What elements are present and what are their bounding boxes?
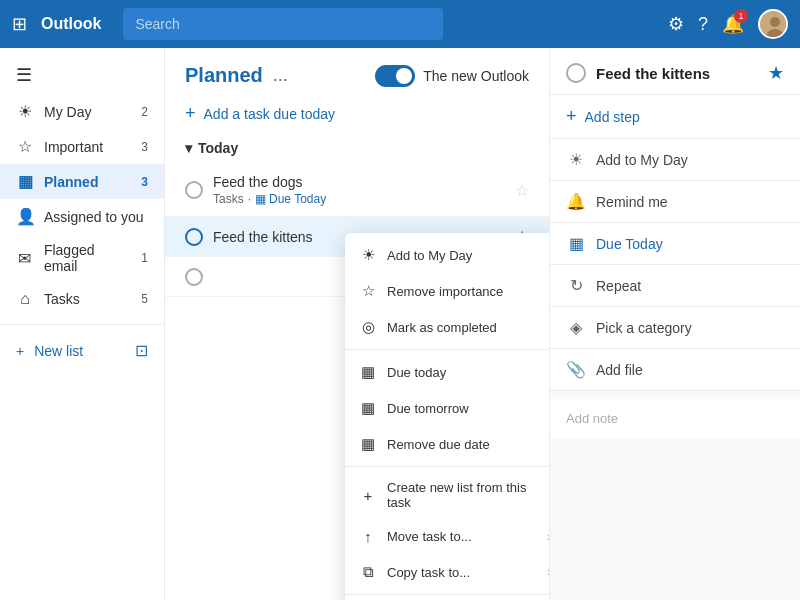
sidebar-item-assigned[interactable]: 👤 Assigned to you: [0, 199, 164, 234]
sun-icon: ☀: [16, 102, 34, 121]
ctx-due-today-label: Due today: [387, 365, 446, 380]
ctx-create-list-label: Create new list from this task: [387, 480, 550, 510]
ctx-cal-tomorrow-icon: ▦: [359, 399, 377, 417]
section-today[interactable]: ▾ Today: [165, 132, 549, 164]
ctx-remove-due-label: Remove due date: [387, 437, 490, 452]
sidebar-label-assigned: Assigned to you: [44, 209, 144, 225]
mail-icon: ✉: [16, 249, 34, 268]
main-content: Planned ... The new Outlook + Add a task…: [165, 48, 550, 600]
chevron-down-icon: ▾: [185, 140, 192, 156]
panel-row-remind-me[interactable]: 🔔 Remind me: [550, 181, 800, 223]
add-task-icon: +: [185, 103, 196, 124]
task-star-feed-dogs[interactable]: ☆: [515, 181, 529, 200]
new-list-label: New list: [34, 343, 83, 359]
panel-row-category[interactable]: ◈ Pick a category: [550, 307, 800, 349]
add-task-label: Add a task due today: [204, 106, 336, 122]
ctx-copy-arrow: ›: [547, 565, 550, 579]
notification-icon[interactable]: 🔔1: [722, 13, 744, 35]
ctx-plus-icon: +: [359, 487, 377, 504]
ctx-mark-completed[interactable]: ◎ Mark as completed: [345, 309, 550, 345]
panel-add-step[interactable]: + Add step: [550, 95, 800, 139]
panel-row-add-my-day[interactable]: ☀ Add to My Day: [550, 139, 800, 181]
toggle-switch[interactable]: [375, 65, 415, 87]
home-icon: ⌂: [16, 290, 34, 308]
task-circle-feed-kittens[interactable]: [185, 228, 203, 246]
sidebar-badge-planned: 3: [141, 175, 148, 189]
sidebar-label-tasks: Tasks: [44, 291, 80, 307]
person-icon: 👤: [16, 207, 34, 226]
panel-note-placeholder: Add note: [566, 411, 618, 426]
topbar-icons: ⚙ ? 🔔1: [668, 9, 788, 39]
sidebar-item-important[interactable]: ☆ Important 3: [0, 129, 164, 164]
panel-add-my-day-label: Add to My Day: [596, 152, 688, 168]
more-options-button[interactable]: ...: [273, 65, 288, 86]
new-list-icon: ⊡: [135, 341, 148, 360]
calendar-icon-feed-dogs: ▦: [255, 192, 266, 206]
search-input[interactable]: [123, 8, 443, 40]
panel-remind-me-label: Remind me: [596, 194, 668, 210]
panel-repeat-icon: ↻: [566, 276, 586, 295]
panel-due-today-label: Due Today: [596, 236, 663, 252]
ctx-check-icon: ◎: [359, 318, 377, 336]
ctx-remove-due[interactable]: ▦ Remove due date: [345, 426, 550, 462]
panel-star-icon[interactable]: ★: [768, 62, 784, 84]
sidebar-label-planned: Planned: [44, 174, 98, 190]
panel-add-file-label: Add file: [596, 362, 643, 378]
sidebar-item-tasks[interactable]: ⌂ Tasks 5: [0, 282, 164, 316]
sidebar-badge-flagged: 1: [141, 251, 148, 265]
panel-task-circle[interactable]: [566, 63, 586, 83]
hamburger-button[interactable]: ☰: [0, 56, 164, 94]
task-circle-3[interactable]: [185, 268, 203, 286]
ctx-create-list[interactable]: + Create new list from this task: [345, 471, 550, 519]
sidebar-item-flagged[interactable]: ✉ Flagged email 1: [0, 234, 164, 282]
panel-note-area[interactable]: Add note: [550, 399, 800, 438]
task-list-feed-dogs: Tasks: [213, 192, 244, 206]
ctx-star-icon: ☆: [359, 282, 377, 300]
panel-row-add-file[interactable]: 📎 Add file: [550, 349, 800, 391]
task-item-feed-dogs[interactable]: Feed the dogs Tasks · ▦ Due Today ☆: [165, 164, 549, 217]
task-name-feed-dogs: Feed the dogs: [213, 174, 505, 190]
panel-task-title: Feed the kittens: [596, 65, 758, 82]
sidebar: ☰ ☀ My Day 2 ☆ Important 3 ▦ Planned 3 👤…: [0, 48, 165, 600]
panel-add-step-label: Add step: [585, 109, 640, 125]
ctx-due-tomorrow[interactable]: ▦ Due tomorrow: [345, 390, 550, 426]
star-icon: ☆: [16, 137, 34, 156]
panel-attach-icon: 📎: [566, 360, 586, 379]
main-header: Planned ... The new Outlook: [165, 48, 549, 95]
ctx-remove-importance[interactable]: ☆ Remove importance: [345, 273, 550, 309]
avatar[interactable]: [758, 9, 788, 39]
sidebar-badge-tasks: 5: [141, 292, 148, 306]
add-task-row[interactable]: + Add a task due today: [165, 95, 549, 132]
settings-icon[interactable]: ⚙: [668, 13, 684, 35]
task-circle-feed-dogs[interactable]: [185, 181, 203, 199]
ctx-add-my-day[interactable]: ☀ Add to My Day: [345, 237, 550, 273]
sidebar-item-planned[interactable]: ▦ Planned 3: [0, 164, 164, 199]
panel-row-repeat[interactable]: ↻ Repeat: [550, 265, 800, 307]
ctx-move-task[interactable]: ↑ Move task to... ›: [345, 519, 550, 554]
svg-point-1: [770, 17, 780, 27]
ctx-move-arrow: ›: [547, 530, 550, 544]
right-panel: Feed the kittens ★ + Add step ☀ Add to M…: [550, 48, 800, 600]
main-layout: ☰ ☀ My Day 2 ☆ Important 3 ▦ Planned 3 👤…: [0, 48, 800, 600]
ctx-divider-1: [345, 349, 550, 350]
context-menu: ☀ Add to My Day ☆ Remove importance ◎ Ma…: [345, 233, 550, 600]
ctx-due-today[interactable]: ▦ Due today: [345, 354, 550, 390]
panel-sun-icon: ☀: [566, 150, 586, 169]
ctx-copy-task[interactable]: ⧉ Copy task to... ›: [345, 554, 550, 590]
panel-bell-icon: 🔔: [566, 192, 586, 211]
panel-row-due-today[interactable]: ▦ Due Today: [550, 223, 800, 265]
panel-repeat-label: Repeat: [596, 278, 641, 294]
sidebar-item-my-day[interactable]: ☀ My Day 2: [0, 94, 164, 129]
task-due-feed-dogs: ▦ Due Today: [255, 192, 326, 206]
ctx-due-tomorrow-label: Due tomorrow: [387, 401, 469, 416]
task-content-feed-dogs: Feed the dogs Tasks · ▦ Due Today: [213, 174, 505, 206]
help-icon[interactable]: ?: [698, 14, 708, 35]
waffle-icon[interactable]: ⊞: [12, 13, 27, 35]
ctx-divider-3: [345, 594, 550, 595]
panel-calendar-icon: ▦: [566, 234, 586, 253]
topbar: ⊞ Outlook ⚙ ? 🔔1: [0, 0, 800, 48]
new-outlook-toggle: The new Outlook: [375, 65, 529, 87]
sidebar-badge-important: 3: [141, 140, 148, 154]
ctx-sun-icon: ☀: [359, 246, 377, 264]
new-list-button[interactable]: + New list ⊡: [0, 333, 164, 368]
